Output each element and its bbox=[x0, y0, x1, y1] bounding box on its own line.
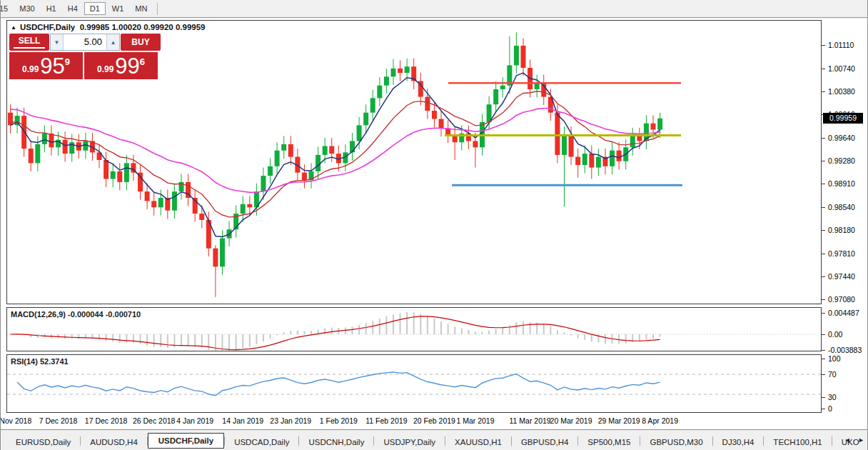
price-axis-label: 0.99640 bbox=[828, 134, 855, 142]
volume-decrease-button[interactable]: ▼ bbox=[51, 34, 64, 50]
symbol-tab-bar: EURUSD,DailyAUDUSD,H4USDCHF,DailyUSDCAD,… bbox=[1, 429, 868, 450]
axis-tick bbox=[822, 184, 825, 184]
macd-axis-label: 0.00 bbox=[828, 330, 842, 339]
tab-usdjpy-daily[interactable]: USDJPY,Daily bbox=[374, 436, 445, 449]
macd-indicator-label: MACD(12,26,9) -0.000044 -0.000710 bbox=[11, 310, 141, 319]
rsi-axis-label: 100 bbox=[828, 354, 841, 363]
tab-sp500-m15[interactable]: SP500,M15 bbox=[578, 436, 640, 449]
axis-tick bbox=[822, 161, 825, 161]
rsi-axis-label: 30 bbox=[828, 393, 837, 401]
sell-quote-box[interactable]: 0.99 95 9 bbox=[9, 52, 83, 79]
tab-dj30-h4[interactable]: DJ30,H4 bbox=[713, 436, 764, 449]
price-axis: 0.99959 1.011101.007401.003801.000100.99… bbox=[823, 19, 868, 429]
date-axis-label: 4 Jan 2019 bbox=[176, 416, 213, 425]
rsi-indicator-label: RSI(14) 52.3741 bbox=[11, 357, 69, 366]
axis-tick bbox=[822, 359, 825, 359]
axis-tick bbox=[822, 138, 825, 139]
timeframe-button-d1[interactable]: D1 bbox=[84, 2, 106, 15]
rsi-canvas[interactable] bbox=[7, 355, 821, 412]
buy-price-big: 99 bbox=[115, 55, 139, 77]
tab-eurusd-daily[interactable]: EURUSD,Daily bbox=[6, 436, 80, 449]
tab-gbpusd-h4[interactable]: GBPUSD,H4 bbox=[512, 436, 577, 449]
price-axis-label: 0.97440 bbox=[828, 272, 855, 281]
date-axis-label: 7 Dec 2018 bbox=[39, 416, 78, 425]
rsi-pane[interactable] bbox=[6, 354, 822, 413]
axis-tick bbox=[822, 276, 825, 277]
date-axis: 28 Nov 20187 Dec 201817 Dec 201826 Dec 2… bbox=[6, 414, 822, 429]
macd-axis-label: -0.003883 bbox=[828, 346, 862, 354]
date-axis-label: 26 Dec 2018 bbox=[133, 416, 176, 425]
sell-price-prefix: 0.99 bbox=[22, 64, 39, 74]
sell-price-pip: 9 bbox=[65, 56, 70, 67]
price-axis-label: 1.00380 bbox=[828, 87, 855, 96]
axis-tick bbox=[822, 299, 825, 300]
price-axis-label: 0.98540 bbox=[828, 203, 855, 211]
rsi-axis-label: 70 bbox=[828, 370, 837, 379]
tab-usdcad-daily[interactable]: USDCAD,Daily bbox=[225, 436, 298, 449]
axis-tick bbox=[822, 350, 825, 351]
axis-tick bbox=[822, 374, 825, 375]
tab-audusd-h4[interactable]: AUDUSD,H4 bbox=[81, 436, 146, 449]
axis-tick bbox=[822, 69, 825, 69]
axis-tick bbox=[822, 91, 825, 92]
date-axis-label: 1 Feb 2019 bbox=[320, 416, 358, 425]
price-axis-label: 0.97080 bbox=[828, 295, 855, 304]
timeframe-button-mn[interactable]: MN bbox=[130, 3, 152, 14]
toolbar-separator bbox=[157, 3, 158, 15]
tabs-scroll-right-button[interactable]: ► bbox=[858, 436, 864, 444]
buy-price-prefix: 0.99 bbox=[97, 64, 113, 74]
chart-ohlc-values: 0.99985 1.00020 0.99920 0.99959 bbox=[80, 23, 206, 31]
price-axis-label: 0.98910 bbox=[828, 179, 855, 188]
tabs-scroll-left-button[interactable]: ◄ bbox=[844, 436, 851, 444]
tab-xauusd-h1[interactable]: XAUUSD,H1 bbox=[445, 436, 511, 449]
date-axis-label: 11 Feb 2019 bbox=[365, 416, 407, 425]
axis-tick bbox=[822, 409, 825, 409]
price-axis-label: 0.97810 bbox=[828, 249, 855, 258]
tab-usdchf-daily[interactable]: USDCHF,Daily bbox=[148, 433, 224, 449]
date-axis-label: 11 Mar 2019 bbox=[509, 416, 550, 425]
buy-price-pip: 6 bbox=[140, 56, 145, 67]
volume-input[interactable]: 5.00 bbox=[64, 34, 106, 50]
timeframe-button-h4[interactable]: H4 bbox=[63, 3, 83, 14]
buy-button-label: BUY bbox=[131, 37, 149, 47]
price-axis-label: 1.00740 bbox=[828, 64, 855, 73]
axis-tick bbox=[822, 45, 825, 46]
macd-axis-label: 0.004487 bbox=[828, 309, 859, 317]
tab-gbpusd-m30[interactable]: GBPUSD,M30 bbox=[640, 436, 712, 449]
axis-tick bbox=[822, 313, 825, 314]
date-axis-label: 28 Nov 2018 bbox=[0, 416, 31, 425]
chart-window: ▲USDCHF,Daily 0.99985 1.00020 0.99920 0.… bbox=[1, 19, 868, 429]
tab-usdcnh-daily[interactable]: USDCNH,Daily bbox=[299, 436, 373, 449]
sell-button[interactable]: SELL bbox=[9, 34, 49, 51]
sell-underline bbox=[14, 47, 45, 49]
buy-button[interactable]: BUY bbox=[121, 34, 161, 51]
price-axis-label: 0.99280 bbox=[828, 156, 855, 165]
date-axis-label: 29 Mar 2019 bbox=[598, 416, 640, 425]
timeframe-button-15[interactable]: 15 bbox=[0, 3, 13, 14]
date-axis-label: 14 Jan 2019 bbox=[222, 416, 263, 425]
axis-tick bbox=[822, 254, 825, 254]
date-axis-label: 20 Feb 2019 bbox=[413, 416, 455, 425]
timeframe-button-w1[interactable]: W1 bbox=[107, 3, 129, 14]
timeframe-button-m30[interactable]: M30 bbox=[14, 3, 39, 14]
buy-quote-box[interactable]: 0.99 99 6 bbox=[84, 52, 158, 79]
current-price-badge: 0.99959 bbox=[823, 113, 863, 124]
sell-button-label: SELL bbox=[19, 36, 41, 46]
axis-tick bbox=[822, 397, 825, 398]
rsi-axis-label: 0 bbox=[828, 404, 832, 413]
date-axis-label: 8 Apr 2019 bbox=[642, 416, 678, 425]
volume-increase-button[interactable]: ▲ bbox=[106, 34, 119, 50]
chart-expand-icon[interactable]: ▲ bbox=[11, 24, 16, 31]
timeframe-button-h1[interactable]: H1 bbox=[41, 3, 61, 14]
chart-symbol-label: USDCHF,Daily bbox=[20, 23, 75, 31]
axis-tick bbox=[822, 207, 825, 208]
axis-tick bbox=[822, 334, 825, 335]
date-axis-label: 23 Jan 2019 bbox=[270, 416, 311, 425]
axis-tick bbox=[822, 230, 825, 231]
date-axis-label: 17 Dec 2018 bbox=[85, 416, 128, 425]
price-axis-label: 0.98180 bbox=[828, 226, 855, 234]
trading-terminal-window: 15M30H1H4D1W1MN ▲USDCHF,Daily 0.99985 1.… bbox=[0, 0, 868, 450]
volume-stepper: ▼ 5.00 ▲ bbox=[50, 34, 120, 51]
date-axis-label: 1 Mar 2019 bbox=[456, 416, 494, 425]
tab-tech100-h1[interactable]: TECH100,H1 bbox=[764, 436, 831, 449]
